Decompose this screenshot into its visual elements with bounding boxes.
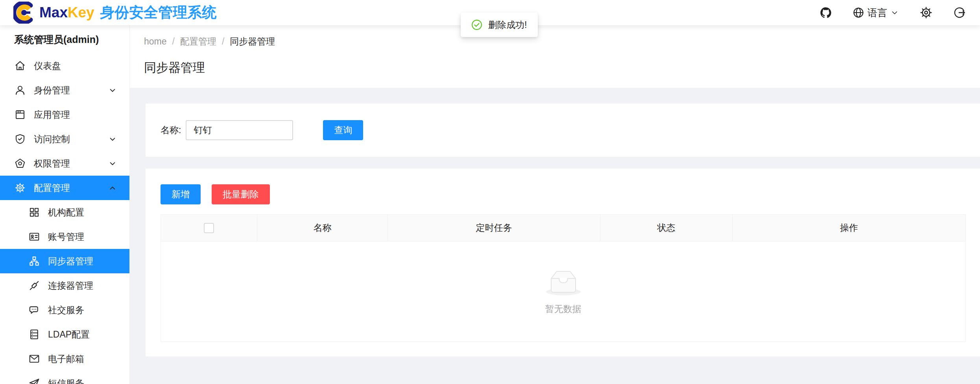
appstore-icon [14,109,26,121]
page-title: 同步器管理 [144,59,966,76]
sidebar-item-11[interactable]: LDAP配置 [0,322,129,347]
logout-icon[interactable] [953,6,966,19]
column-label: 状态 [657,223,675,233]
gear-icon [14,182,26,194]
chevron-down-icon [890,8,899,17]
empty-text: 暂无数据 [545,303,581,315]
name-field-label: 名称: [161,124,181,136]
chevron-up-icon [107,183,118,193]
sidebar-item-3[interactable]: 访问控制 [0,127,129,151]
sidebar-item-label: 电子邮箱 [48,353,118,365]
brand-name: MaxKey [39,4,94,21]
brand-logo-link[interactable]: MaxKey 身份安全管理系统 [13,2,216,24]
sidebar-item-label: 身份管理 [34,84,107,96]
breadcrumb-item-0[interactable]: home [144,36,167,47]
github-icon[interactable] [819,6,832,19]
sidebar-item-10[interactable]: 社交服务 [0,298,129,322]
sidebar-item-label: LDAP配置 [48,328,118,341]
maxkey-admin-app: MaxKey 身份安全管理系统 语言 [0,0,980,384]
select-all-column [161,215,257,241]
sidebar-item-label: 配置管理 [34,182,107,194]
column-header-1: 名称 [257,215,388,241]
sidebar-item-2[interactable]: 应用管理 [0,102,129,127]
send-icon [28,377,40,384]
sidebar-item-label: 权限管理 [34,158,107,170]
sidebar-item-8[interactable]: 同步器管理 [0,249,129,273]
toolbar: 新增 批量删除 [161,184,980,204]
column-label: 定时任务 [476,223,512,233]
select-all-checkbox[interactable] [204,223,214,233]
cluster-icon [28,255,40,267]
toast-success: 删除成功! [461,13,538,37]
sidebar-item-label: 访问控制 [34,133,107,145]
sidebar-item-6[interactable]: 机构配置 [0,200,129,224]
empty-state: 暂无数据 [161,268,965,315]
database-icon [28,328,40,340]
sidebar-item-label: 连接器管理 [48,280,118,292]
sidebar-item-0[interactable]: 仪表盘 [0,54,129,78]
idcard-icon [28,231,40,243]
content: 名称: 查询 新增 批量删除 名称定时任务状态操作 [130,88,980,384]
synchronizer-table: 名称定时任务状态操作 [161,214,966,342]
column-header-4: 操作 [733,215,966,241]
add-button[interactable]: 新增 [161,184,201,204]
maxkey-logo-icon [13,2,35,24]
toast-message: 删除成功! [488,19,527,31]
sidebar-item-label: 同步器管理 [48,255,118,267]
sidebar: 系统管理员(admin) 仪表盘身份管理应用管理访问控制权限管理配置管理机构配置… [0,25,130,384]
sidebar-item-label: 短信服务 [48,377,118,384]
brand-subtitle: 身份安全管理系统 [100,3,216,22]
column-label: 名称 [314,223,332,233]
settings-gear-icon[interactable] [919,6,933,19]
sidebar-item-12[interactable]: 电子邮箱 [0,347,129,371]
page-header: home/配置管理/同步器管理 同步器管理 [130,25,980,88]
breadcrumb-item-2: 同步器管理 [230,35,275,48]
breadcrumb: home/配置管理/同步器管理 [144,35,966,48]
mail-icon [28,353,40,365]
sidebar-item-13[interactable]: 短信服务 [0,371,129,384]
table-panel: 新增 批量删除 名称定时任务状态操作 [146,169,980,356]
breadcrumb-separator: / [222,36,224,47]
chevron-down-icon [107,85,118,95]
sidebar-item-label: 账号管理 [48,231,118,243]
language-menu[interactable]: 语言 [853,6,899,19]
sidebar-item-7[interactable]: 账号管理 [0,224,129,249]
query-button[interactable]: 查询 [323,120,363,140]
chevron-down-icon [107,158,118,169]
home-icon [14,60,26,72]
breadcrumb-item-1[interactable]: 配置管理 [180,35,216,48]
comment-icon [28,304,40,316]
sidebar-item-label: 应用管理 [34,109,118,121]
shield-icon [14,133,26,145]
sidebar-item-5[interactable]: 配置管理 [0,176,129,200]
language-label: 语言 [867,6,887,19]
chevron-down-icon [107,134,118,144]
breadcrumb-separator: / [172,36,175,47]
check-circle-icon [471,19,483,31]
globe-icon [853,7,864,19]
sidebar-item-label: 机构配置 [48,206,118,219]
sidebar-item-1[interactable]: 身份管理 [0,78,129,102]
main-area: home/配置管理/同步器管理 同步器管理 名称: 查询 新增 批量删除 [130,25,980,384]
admin-user-title: 系统管理员(admin) [0,25,129,54]
sidebar-menu: 仪表盘身份管理应用管理访问控制权限管理配置管理机构配置账号管理同步器管理连接器管… [0,54,129,384]
search-panel: 名称: 查询 [146,104,980,157]
user-icon [14,84,26,96]
column-label: 操作 [840,223,858,233]
sidebar-item-label: 仪表盘 [34,60,118,72]
sidebar-item-9[interactable]: 连接器管理 [0,273,129,298]
batch-delete-button[interactable]: 批量删除 [212,184,270,204]
empty-row: 暂无数据 [161,241,966,342]
sidebar-item-label: 社交服务 [48,304,118,316]
plug-icon [28,280,40,291]
sidebar-item-4[interactable]: 权限管理 [0,151,129,176]
empty-box-icon [543,268,584,297]
name-search-input[interactable] [186,120,293,140]
column-header-2: 定时任务 [388,215,600,241]
header-actions: 语言 [819,6,966,19]
column-header-3: 状态 [600,215,733,241]
grid-icon [28,206,40,218]
pentagon-icon [14,158,26,169]
